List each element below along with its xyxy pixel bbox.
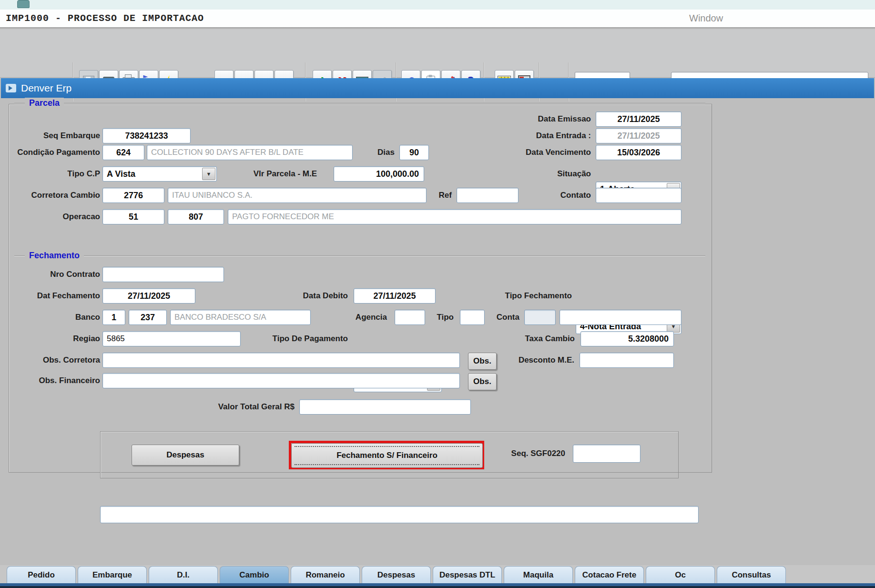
seq-embarque-field[interactable]: 738241233 <box>102 128 191 143</box>
regiao-label: Regiao <box>10 331 100 346</box>
dias-field[interactable]: 90 <box>399 145 429 160</box>
operacao-desc-field: PAGTO FORNECEDOR ME <box>228 209 682 224</box>
denver-erp-bar: Denver Erp <box>1 78 874 98</box>
data-debito-label: Data Debito <box>286 288 348 304</box>
tab-despesas-dtl[interactable]: Despesas DTL <box>433 566 502 583</box>
obs-financeiro-label: Obs. Financeiro <box>10 373 100 388</box>
tipo-field[interactable] <box>460 310 485 325</box>
tab-consultas[interactable]: Consultas <box>717 566 786 583</box>
conta-field-2[interactable] <box>560 310 682 325</box>
taxa-cambio-field[interactable]: 5.3208000 <box>580 331 674 346</box>
nro-contrato-label: Nro Contrato <box>10 267 100 282</box>
form-title: IMP1000 - PROCESSO DE IMPORTACAO <box>6 10 204 27</box>
ref-field[interactable] <box>457 188 519 203</box>
banco-desc-field: BANCO BRADESCO S/A <box>170 310 311 325</box>
desconto-me-label: Desconto M.E. <box>505 353 574 368</box>
denver-erp-title: Denver Erp <box>21 82 71 94</box>
parcela-group-line <box>14 103 705 103</box>
obs-financeiro-field[interactable] <box>102 373 460 388</box>
seq-embarque-label: Seq Embarque <box>10 128 100 143</box>
valor-total-field[interactable] <box>299 399 471 415</box>
valor-total-label: Valor Total Geral R$ <box>205 399 295 415</box>
data-vencimento-field[interactable]: 15/03/2026 <box>596 145 682 160</box>
obs-financeiro-button[interactable]: Obs. <box>468 373 497 390</box>
chevron-down-icon[interactable]: ▼ <box>202 168 215 180</box>
conta-field-1 <box>524 310 556 325</box>
despesas-button[interactable]: Despesas <box>132 445 239 466</box>
parcela-legend: Parcela <box>25 98 64 108</box>
tipo-cp-select[interactable]: A Vista▼ <box>102 166 217 182</box>
dat-fechamento-field[interactable]: 27/11/2025 <box>102 288 195 304</box>
banco-code2-field[interactable]: 237 <box>129 310 167 325</box>
bottom-edge <box>0 586 875 588</box>
tipo-label: Tipo <box>419 310 454 325</box>
condicao-pagamento-label: Condição Pagamento <box>5 145 100 160</box>
tab-oc[interactable]: Oc <box>646 566 715 583</box>
tab-maquila[interactable]: Maquila <box>504 566 573 583</box>
tab-cotacao-frete[interactable]: Cotacao Frete <box>575 566 644 583</box>
tipo-cp-label: Tipo C.P <box>10 166 100 182</box>
tipo-fechamento-label: Tipo Fechamento <box>496 288 572 304</box>
situacao-label: Situação <box>496 166 591 182</box>
tab-cambio[interactable]: Cambio <box>220 566 289 583</box>
tab-di[interactable]: D.I. <box>149 566 218 583</box>
contato-field[interactable] <box>596 188 682 203</box>
corretora-cambio-code-field[interactable]: 2776 <box>102 188 164 203</box>
fechamento-group-line <box>14 255 705 256</box>
tipo-pagamento-label: Tipo De Pagamento <box>260 331 348 346</box>
corretora-cambio-desc-field: ITAU UNIBANCO S.A. <box>168 188 427 203</box>
ref-label: Ref <box>423 188 452 203</box>
data-debito-field[interactable]: 27/11/2025 <box>354 288 436 304</box>
obs-corretora-label: Obs. Corretora <box>10 353 100 368</box>
seq-sgf-label: Seq. SGF0220 <box>499 446 565 461</box>
contato-label: Contato <box>534 188 591 203</box>
data-vencimento-label: Data Vencimento <box>477 145 591 160</box>
tab-pedido[interactable]: Pedido <box>7 566 76 583</box>
data-emissao-label: Data Emissao <box>477 112 591 127</box>
data-entrada-label: Data Entrada : <box>477 128 591 143</box>
taxa-cambio-label: Taxa Cambio <box>504 331 575 346</box>
banco-label: Banco <box>10 310 100 325</box>
obs-corretora-field[interactable] <box>102 353 460 368</box>
tab-despesas[interactable]: Despesas <box>362 566 431 583</box>
dias-label: Dias <box>362 145 395 160</box>
window-menu[interactable]: Window <box>689 10 723 27</box>
tab-embarque[interactable]: Embarque <box>78 566 147 583</box>
operacao-code2-field[interactable]: 807 <box>168 209 224 224</box>
dat-fechamento-label: Dat Fechamento <box>10 288 100 304</box>
condicao-pagamento-desc-field: COLLECTION 90 DAYS AFTER B/L DATE <box>147 145 353 160</box>
operacao-code1-field[interactable]: 51 <box>102 209 164 224</box>
regiao-field[interactable]: 5865 <box>102 331 241 346</box>
footer-message-field <box>100 506 699 523</box>
app-taskbar-icon[interactable] <box>17 0 30 8</box>
top-strip <box>0 0 875 10</box>
corretora-cambio-label: Corretora Cambio <box>10 188 100 203</box>
fechamento-legend: Fechamento <box>25 250 84 261</box>
banco-code1-field[interactable]: 1 <box>102 310 125 325</box>
data-emissao-field[interactable]: 27/11/2025 <box>596 112 682 127</box>
tab-romaneio[interactable]: Romaneio <box>291 566 360 583</box>
obs-corretora-button[interactable]: Obs. <box>468 353 497 370</box>
condicao-pagamento-code-field[interactable]: 624 <box>102 145 144 160</box>
desconto-me-field[interactable] <box>580 353 674 368</box>
data-entrada-field: 27/11/2025 <box>596 128 682 143</box>
conta-label: Conta <box>487 310 519 325</box>
app-window: IMP1000 - PROCESSO DE IMPORTACAO Window … <box>0 0 875 588</box>
vlr-parcela-label: Vlr Parcela - M.E <box>245 166 317 182</box>
toolbar: ? ◀ ◀ ▶ ▶ + X ↶ ? IMP1000 Usuario <box>0 29 875 78</box>
vlr-parcela-field[interactable]: 100,000.00 <box>334 166 424 182</box>
highlight-red-box: Fechamento S/ Financeiro <box>289 441 484 469</box>
nro-contrato-field[interactable] <box>102 267 224 282</box>
operacao-label: Operacao <box>10 209 100 224</box>
fechamento-financeiro-button[interactable]: Fechamento S/ Financeiro <box>291 443 483 468</box>
seq-sgf-field[interactable] <box>573 445 641 463</box>
agencia-label: Agencia <box>334 310 387 325</box>
denver-erp-icon <box>6 84 16 92</box>
